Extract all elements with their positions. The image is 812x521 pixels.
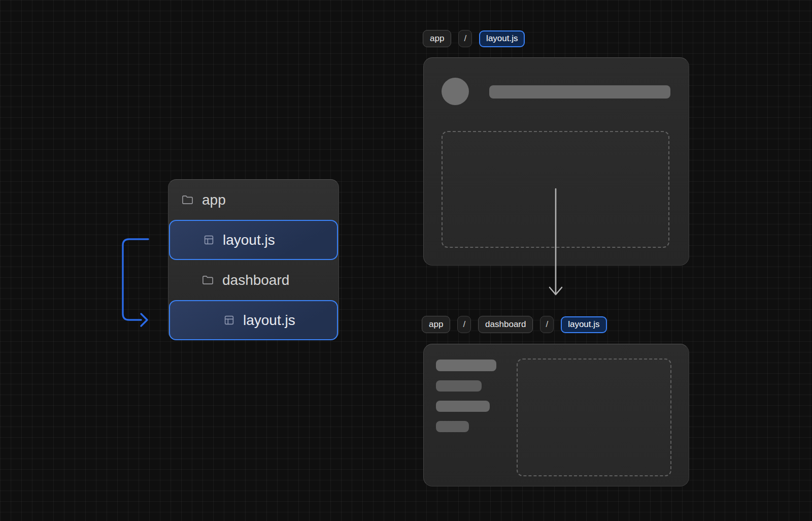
- arrow-down-icon: [547, 188, 564, 298]
- breadcrumb-separator: /: [458, 30, 472, 47]
- tree-item-label: app: [202, 192, 226, 208]
- sidebar-bar-placeholder: [436, 401, 490, 412]
- tree-item-label: layout.js: [243, 312, 295, 329]
- dashboard-layout-preview: [423, 344, 689, 486]
- breadcrumb-dashboard-layout: app / dashboard / layout.js: [422, 316, 607, 333]
- layout-file-icon: [224, 315, 234, 325]
- tree-item-dashboard: dashboard: [168, 260, 339, 300]
- breadcrumb-separator: /: [540, 316, 554, 333]
- tree-item-app: app: [168, 180, 339, 220]
- diagram-canvas: { "file_tree": { "items": [ {"label": "a…: [0, 0, 812, 521]
- breadcrumb-segment-layout: layout.js: [479, 30, 525, 47]
- sidebar-bar-placeholder: [436, 380, 482, 392]
- sidebar-bar-placeholder: [436, 421, 469, 432]
- breadcrumb-segment-dashboard: dashboard: [478, 316, 533, 333]
- folder-icon: [202, 274, 214, 286]
- tree-item-layout-root: layout.js: [169, 220, 338, 260]
- connector-arrow-icon: [116, 233, 152, 329]
- avatar-placeholder: [442, 78, 469, 105]
- sidebar-bar-placeholder: [436, 360, 496, 371]
- breadcrumb-segment-app: app: [423, 30, 451, 47]
- breadcrumb-segment-app: app: [422, 316, 450, 333]
- breadcrumb-segment-layout: layout.js: [561, 316, 606, 333]
- children-slot-placeholder: [517, 359, 671, 476]
- breadcrumb-root-layout: app / layout.js: [423, 30, 525, 47]
- folder-icon: [182, 194, 193, 206]
- tree-item-label: layout.js: [223, 232, 275, 248]
- layout-file-icon: [204, 235, 214, 245]
- tree-item-layout-dashboard: layout.js: [169, 300, 338, 340]
- breadcrumb-separator: /: [457, 316, 471, 333]
- tree-item-label: dashboard: [222, 272, 289, 288]
- file-tree-card: app layout.js dashboard layout.j: [168, 179, 339, 340]
- header-bar-placeholder: [489, 85, 670, 99]
